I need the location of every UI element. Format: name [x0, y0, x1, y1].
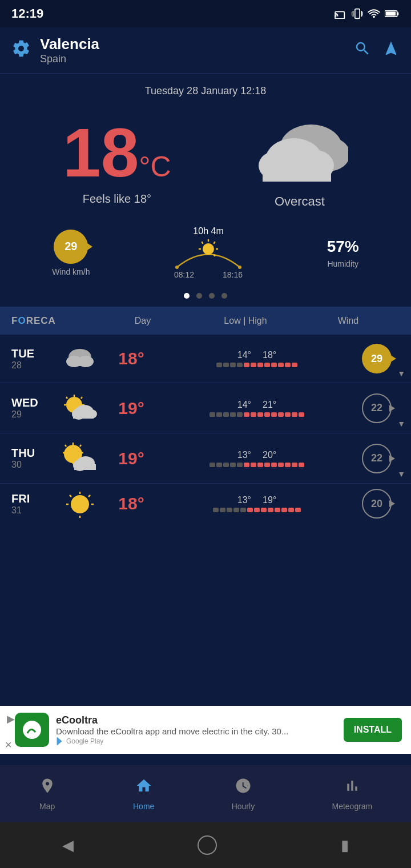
- sunset-time: 18:16: [223, 270, 243, 279]
- svg-line-35: [66, 397, 67, 399]
- warm-bar-seg: [292, 412, 297, 417]
- day-num: 28: [11, 360, 57, 371]
- svg-point-51: [71, 495, 89, 513]
- high-temp: 21°: [263, 400, 276, 410]
- forecast-wind-badge: 22: [362, 393, 392, 423]
- dot-4[interactable]: [221, 293, 227, 299]
- vibrate-icon: [352, 8, 363, 19]
- warm-bar-seg: [244, 463, 249, 467]
- back-button[interactable]: ◀: [62, 837, 74, 854]
- forecast-header: FORECA Day Low | High Wind: [0, 307, 411, 335]
- warm-bar-seg: [292, 363, 297, 367]
- gear-icon[interactable]: [11, 39, 31, 62]
- forecast-col-wind: Wind: [297, 316, 400, 326]
- temperature-section: 18°C Feels like 18°: [63, 118, 171, 206]
- sunrise-time: 08:12: [174, 270, 194, 279]
- forecast-range: 14° 18°: [160, 350, 354, 367]
- svg-line-43: [80, 445, 81, 447]
- range-bar: [213, 508, 301, 512]
- warm-bar-seg: [299, 463, 304, 467]
- forecast-wind-badge: 29: [362, 344, 392, 373]
- wind-label: Wind km/h: [52, 267, 90, 276]
- warm-bar-seg: [288, 508, 294, 512]
- nav-map[interactable]: Map: [39, 777, 56, 811]
- weather-cloud-icon: [251, 114, 348, 188]
- warm-bar-seg: [285, 412, 291, 417]
- ad-text: eCooltra Download the eCooltra app and m…: [56, 714, 344, 745]
- nav-meteogram[interactable]: Meteogram: [332, 777, 372, 811]
- forecast-row[interactable]: WED 29 19° 14° 21° 22 ▼: [0, 383, 411, 433]
- cold-bar-seg: [220, 508, 225, 512]
- forecast-col-range: Low | High: [194, 316, 297, 326]
- svg-line-53: [88, 495, 90, 497]
- weather-details: 29 Wind km/h 10h 4m 08:12 18:: [0, 215, 411, 285]
- forecast-row[interactable]: THU 30 19° 13° 20° 22 ▼: [0, 433, 411, 484]
- foreca-logo: FORECA: [11, 315, 91, 327]
- day-num: 31: [11, 505, 57, 516]
- chevron-down-icon: ▼: [397, 469, 405, 479]
- nav-home-label: Home: [133, 802, 154, 811]
- wind-arrow: [86, 242, 92, 251]
- svg-line-45: [65, 445, 66, 447]
- header-location: Valencia Spain: [31, 35, 354, 65]
- ad-title: eCooltra: [56, 714, 344, 726]
- android-nav: ◀ ▮: [0, 822, 411, 868]
- location-icon[interactable]: [382, 40, 400, 61]
- warm-bar-seg: [264, 363, 270, 367]
- wind-arrow-small: [389, 455, 395, 462]
- cold-bar-seg: [209, 463, 215, 467]
- dot-2[interactable]: [196, 293, 202, 299]
- warm-bar-seg: [257, 412, 263, 417]
- wifi-icon: [368, 9, 380, 19]
- cold-bar-seg: [223, 463, 229, 467]
- status-icons: [335, 8, 400, 19]
- recents-button[interactable]: ▮: [341, 837, 349, 854]
- feels-like: Feels like 18°: [63, 192, 171, 206]
- ad-close-icon[interactable]: ✕: [5, 740, 12, 750]
- bottom-nav: Map Home Hourly Meteogram: [0, 765, 411, 822]
- cold-bar-seg: [237, 463, 243, 467]
- range-values: 13° 20°: [237, 450, 276, 460]
- warm-bar-seg: [285, 363, 291, 367]
- home-button[interactable]: [198, 835, 217, 855]
- weather-description: Overcast: [275, 194, 325, 209]
- warm-bar-seg: [278, 412, 284, 417]
- temperature-value: 18: [63, 114, 139, 191]
- forecast-weather-icon: [57, 344, 103, 373]
- dot-3[interactable]: [209, 293, 215, 299]
- map-icon: [39, 777, 56, 798]
- status-bar: 12:19: [0, 0, 411, 27]
- country-name: Spain: [40, 53, 354, 65]
- search-icon[interactable]: [354, 40, 371, 61]
- low-temp: 14°: [237, 400, 251, 410]
- nav-home[interactable]: Home: [133, 777, 154, 811]
- sun-times: 08:12 18:16: [174, 270, 243, 279]
- forecast-row[interactable]: TUE 28 18° 14° 18° 29 ▼: [0, 335, 411, 383]
- warm-bar-seg: [278, 363, 284, 367]
- battery-icon: [385, 9, 400, 18]
- warm-bar-seg: [251, 363, 256, 367]
- svg-line-22: [214, 242, 215, 243]
- cold-bar-seg: [216, 412, 222, 417]
- dot-1[interactable]: [184, 293, 190, 299]
- day-num: 29: [11, 409, 57, 420]
- nav-hourly[interactable]: Hourly: [232, 777, 255, 811]
- svg-point-20: [203, 243, 214, 255]
- warm-bar-seg: [264, 412, 270, 417]
- nav-hourly-label: Hourly: [232, 802, 255, 811]
- warm-bar-seg: [254, 508, 260, 512]
- warm-bar-seg: [285, 463, 291, 467]
- forecast-row[interactable]: FRI 31 18° 13° 19° 20: [0, 484, 411, 524]
- status-time: 12:19: [11, 6, 43, 21]
- range-values: 13° 19°: [237, 495, 276, 505]
- warm-bar-seg: [268, 508, 273, 512]
- wind-arrow-small: [389, 405, 395, 412]
- ad-install-button[interactable]: INSTALL: [344, 718, 402, 742]
- humidity-label: Humidity: [327, 259, 358, 268]
- forecast-wind: 22: [354, 444, 400, 473]
- forecast-list: TUE 28 18° 14° 18° 29 ▼ WED 29 1: [0, 335, 411, 524]
- high-temp: 18°: [263, 350, 276, 360]
- cold-bar-seg: [227, 508, 232, 512]
- forecast-range: 13° 20°: [160, 450, 354, 467]
- day-name: WED: [11, 396, 57, 409]
